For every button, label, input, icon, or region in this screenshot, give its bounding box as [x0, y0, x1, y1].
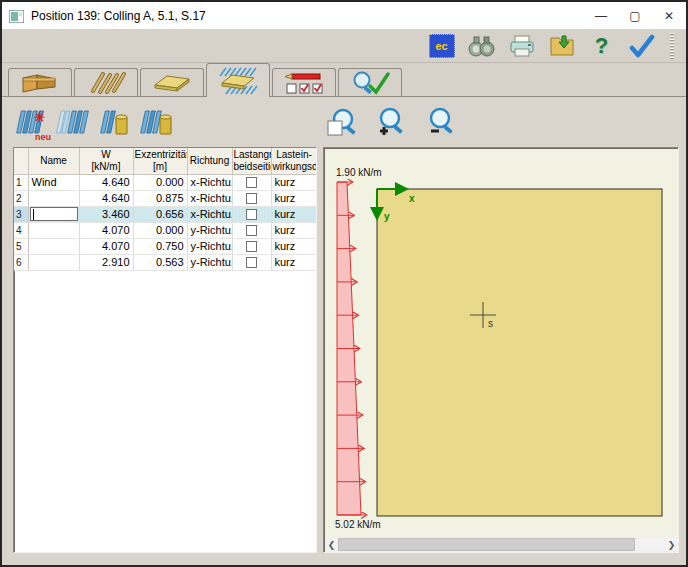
binoculars-icon	[468, 34, 495, 58]
cell-exz[interactable]: 0.750	[133, 238, 187, 254]
copy-load-button[interactable]	[54, 106, 92, 140]
col-header-lasteinwirkungsdauer[interactable]: Lastein- wirkungsdauer	[271, 148, 317, 174]
cell-exz[interactable]: 0.000	[133, 222, 187, 238]
table-row[interactable]: 4 4.070 0.000 y-Richtu... kurz	[14, 222, 317, 238]
tab-joists[interactable]	[74, 68, 138, 97]
col-header-exzentrizitaet[interactable]: Exzentrizität [m]	[133, 148, 187, 174]
table-row[interactable]: 6 2.910 0.563 y-Richtu... kurz	[14, 254, 317, 270]
beidseitig-checkbox[interactable]	[246, 241, 257, 252]
tab-results[interactable]	[338, 68, 402, 97]
cell-w[interactable]: 4.640	[79, 190, 133, 206]
cell-exz[interactable]: 0.563	[133, 254, 187, 270]
cell-dauer[interactable]: kurz	[271, 206, 317, 222]
name-edit-input[interactable]	[30, 207, 78, 221]
save-button[interactable]	[548, 32, 575, 59]
scrollbar-thumb[interactable]	[338, 538, 635, 551]
beidseitig-checkbox[interactable]	[246, 225, 257, 236]
horizontal-scrollbar[interactable]: ❮ ❯	[325, 538, 678, 551]
cell-dauer[interactable]: kurz	[271, 222, 317, 238]
load-top-value: 1.90 kN/m	[336, 167, 382, 178]
col-header-w[interactable]: W [kN/m]	[79, 148, 133, 174]
cell-w[interactable]: 4.070	[79, 222, 133, 238]
cell-w[interactable]: 3.460	[79, 206, 133, 222]
cell-richtung[interactable]: x-Richtu...	[187, 174, 232, 190]
print-button[interactable]	[508, 32, 535, 59]
cell-name[interactable]	[28, 254, 79, 270]
cell-exz[interactable]: 0.656	[133, 206, 187, 222]
zoom-window-icon	[325, 107, 361, 139]
magnifier-check-icon	[348, 70, 392, 96]
new-load-button[interactable]: ✳ neu	[12, 106, 50, 140]
cell-exz[interactable]: 0.000	[133, 174, 187, 190]
cell-richtung[interactable]: y-Richtu...	[187, 238, 232, 254]
zoom-window-button[interactable]	[324, 106, 362, 140]
cell-name[interactable]	[28, 222, 79, 238]
zoom-out-icon	[421, 107, 457, 139]
diagram-panel[interactable]: 1.90 kN/m 5.02 kN/m x y s ❮ ❯	[323, 147, 679, 553]
plate-outline	[377, 189, 662, 516]
sheathing-icon	[151, 70, 193, 96]
scrollbar-track[interactable]	[338, 538, 665, 551]
plate-load-diagram	[324, 148, 678, 538]
zoom-out-button[interactable]	[420, 106, 458, 140]
beidseitig-checkbox[interactable]	[246, 177, 257, 188]
svg-text:✳: ✳	[34, 110, 45, 125]
delete-all-loads-button[interactable]	[138, 106, 176, 140]
cell-richtung[interactable]: y-Richtu...	[187, 222, 232, 238]
center-of-gravity-label: s	[488, 318, 493, 329]
printer-icon	[509, 34, 535, 58]
cell-richtung[interactable]: x-Richtu...	[187, 190, 232, 206]
app-window: Position 139: Colling A, 5.1, S.17 — ▢ ✕…	[0, 0, 688, 567]
help-button[interactable]: ?	[588, 32, 615, 59]
cell-name[interactable]: Wind	[28, 174, 79, 190]
cell-name[interactable]	[28, 238, 79, 254]
close-button[interactable]: ✕	[652, 2, 686, 29]
tab-loads[interactable]	[206, 63, 270, 97]
titlebar: Position 139: Colling A, 5.1, S.17 — ▢ ✕	[2, 2, 686, 29]
table-row[interactable]: 1 Wind 4.640 0.000 x-Richtu... kurz	[14, 174, 317, 190]
scroll-left-button[interactable]: ❮	[325, 538, 338, 551]
cell-name[interactable]	[28, 190, 79, 206]
delete-load-icon	[98, 108, 132, 138]
zoom-in-icon	[371, 107, 407, 139]
row-number-header	[14, 148, 28, 174]
beidseitig-checkbox[interactable]	[246, 193, 257, 204]
cell-exz[interactable]: 0.875	[133, 190, 187, 206]
col-header-name[interactable]: Name	[28, 148, 79, 174]
load-table-panel: Name W [kN/m] Exzentrizität [m] Richtung…	[13, 147, 317, 553]
cell-richtung[interactable]: x-Richtu...	[187, 206, 232, 222]
zoom-in-button[interactable]	[370, 106, 408, 140]
table-row-selected[interactable]: 3 3.460 0.656 x-Richtu... kurz	[14, 206, 317, 222]
col-header-lastangriff[interactable]: Lastangriff beidseitig	[232, 148, 271, 174]
question-icon: ?	[595, 33, 608, 59]
col-header-richtung[interactable]: Richtung	[187, 148, 232, 174]
cell-w[interactable]: 4.070	[79, 238, 133, 254]
cell-dauer[interactable]: kurz	[271, 190, 317, 206]
cell-richtung[interactable]: y-Richtu...	[187, 254, 232, 270]
table-row[interactable]: 5 4.070 0.750 y-Richtu... kurz	[14, 238, 317, 254]
table-row[interactable]: 2 4.640 0.875 x-Richtu... kurz	[14, 190, 317, 206]
eurocode-button[interactable]: ec	[428, 32, 455, 59]
load-table: Name W [kN/m] Exzentrizität [m] Richtung…	[14, 148, 317, 271]
search-button[interactable]	[468, 32, 495, 59]
tab-walls[interactable]	[8, 68, 72, 97]
maximize-button[interactable]: ▢	[618, 2, 652, 29]
cell-w[interactable]: 2.910	[79, 254, 133, 270]
tab-sheathing[interactable]	[140, 68, 204, 97]
toolbar-gripper	[670, 33, 674, 59]
cell-w[interactable]: 4.640	[79, 174, 133, 190]
delete-load-button[interactable]	[96, 106, 134, 140]
cell-dauer[interactable]: kurz	[271, 238, 317, 254]
beidseitig-checkbox[interactable]	[246, 209, 257, 220]
cell-dauer[interactable]: kurz	[271, 254, 317, 270]
neu-label: neu	[35, 132, 51, 142]
main-toolbar: ec ?	[2, 29, 686, 63]
eurocode-ec-icon: ec	[429, 34, 455, 58]
ok-button[interactable]	[628, 32, 655, 59]
cell-dauer[interactable]: kurz	[271, 174, 317, 190]
tab-options[interactable]	[272, 68, 336, 97]
minimize-button[interactable]: —	[584, 2, 618, 29]
text-caret	[33, 209, 34, 220]
scroll-right-button[interactable]: ❯	[665, 538, 678, 551]
beidseitig-checkbox[interactable]	[246, 257, 257, 268]
